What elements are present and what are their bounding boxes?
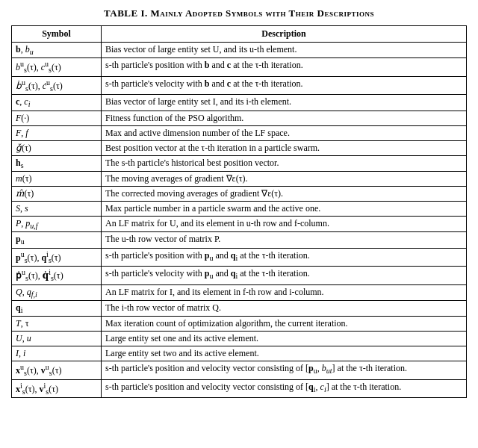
description-cell: Large entity set one and its active elem…	[102, 332, 467, 346]
description-cell: Max and active dimension number of the L…	[102, 125, 467, 140]
table-row: I, iLarge entity set two and its active …	[12, 346, 467, 361]
description-cell: An LF matrix for U, and its element in u…	[102, 216, 467, 231]
symbol-cell: xis(τ), vis(τ)	[12, 379, 102, 397]
symbol-cell: pus(τ), qis(τ)	[12, 248, 102, 266]
description-cell: s-th particle's velocity with pu and qi …	[102, 267, 467, 284]
symbol-cell: ǧ(τ)	[12, 140, 102, 155]
table-row: ṗus(τ), q̇is(τ)s-th particle's velocity …	[12, 267, 467, 284]
description-cell: Best position vector at the τ-th iterati…	[102, 140, 467, 155]
symbol-cell: I, i	[12, 346, 102, 361]
symbol-cell: bus(τ), cus(τ)	[12, 58, 102, 76]
description-cell: s-th particle's velocity with b and c at…	[102, 76, 467, 94]
symbol-cell: F(·)	[12, 111, 102, 125]
symbol-cell: ḃus(τ), ċus(τ)	[12, 76, 102, 94]
symbol-cell: T, τ	[12, 317, 102, 332]
symbol-cell: hs	[12, 155, 102, 171]
description-cell: The s-th particle's historical best posi…	[102, 155, 467, 171]
table-row: m(τ)The moving averages of gradient ∇ε(τ…	[12, 171, 467, 186]
description-cell: Bias vector of large entity set U, and i…	[102, 43, 467, 58]
table-title: TABLE I. Mainly Adopted Symbols with The…	[104, 7, 374, 19]
symbol-cell: qi	[12, 300, 102, 316]
table-row: bus(τ), cus(τ)s-th particle's position w…	[12, 58, 467, 76]
symbol-cell: c, ci	[12, 95, 102, 111]
table-row: b, buBias vector of large entity set U, …	[12, 43, 467, 58]
description-cell: Max particle number in a particle swarm …	[102, 201, 467, 216]
symbol-cell: m̂(τ)	[12, 186, 102, 201]
symbol-cell: U, u	[12, 332, 102, 346]
symbol-cell: b, bu	[12, 43, 102, 58]
table-row: hsThe s-th particle's historical best po…	[12, 155, 467, 171]
table-row: xus(τ), vus(τ)s-th particle's position a…	[12, 361, 467, 379]
col-header-description: Description	[102, 26, 467, 43]
table-row: Q, qf,iAn LF matrix for I, and its eleme…	[12, 284, 467, 300]
description-cell: The i-th row vector of matrix Q.	[102, 300, 467, 316]
symbols-table: Symbol Description b, buBias vector of l…	[11, 25, 467, 398]
table-row: xis(τ), vis(τ)s-th particle's position a…	[12, 379, 467, 397]
table-row: S, sMax particle number in a particle sw…	[12, 201, 467, 216]
description-cell: Fitness function of the PSO algorithm.	[102, 111, 467, 125]
table-row: ḃus(τ), ċus(τ)s-th particle's velocity w…	[12, 76, 467, 94]
symbol-cell: m(τ)	[12, 171, 102, 186]
symbol-cell: pu	[12, 232, 102, 248]
description-cell: The corrected moving averages of gradien…	[102, 186, 467, 201]
col-header-symbol: Symbol	[12, 26, 102, 43]
table-row: P, pu,fAn LF matrix for U, and its eleme…	[12, 216, 467, 231]
table-row: F, fMax and active dimension number of t…	[12, 125, 467, 140]
table-row: c, ciBias vector of large entity set I, …	[12, 95, 467, 111]
symbol-cell: F, f	[12, 125, 102, 140]
table-row: U, uLarge entity set one and its active …	[12, 332, 467, 346]
description-cell: s-th particle's position with pu and qi …	[102, 248, 467, 266]
description-cell: s-th particle's position and velocity ve…	[102, 361, 467, 379]
table-row: F(·)Fitness function of the PSO algorith…	[12, 111, 467, 125]
symbol-cell: S, s	[12, 201, 102, 216]
description-cell: The moving averages of gradient ∇ε(τ).	[102, 171, 467, 186]
description-cell: Bias vector of large entity set I, and i…	[102, 95, 467, 111]
table-row: puThe u-th row vector of matrix P.	[12, 232, 467, 248]
description-cell: The u-th row vector of matrix P.	[102, 232, 467, 248]
symbol-cell: xus(τ), vus(τ)	[12, 361, 102, 379]
table-row: m̂(τ)The corrected moving averages of gr…	[12, 186, 467, 201]
description-cell: Max iteration count of optimization algo…	[102, 317, 467, 332]
description-cell: An LF matrix for I, and its element in f…	[102, 284, 467, 300]
table-row: pus(τ), qis(τ)s-th particle's position w…	[12, 248, 467, 266]
description-cell: Large entity set two and its active elem…	[102, 346, 467, 361]
table-row: ǧ(τ)Best position vector at the τ-th ite…	[12, 140, 467, 155]
symbol-cell: P, pu,f	[12, 216, 102, 231]
description-cell: s-th particle's position with b and c at…	[102, 58, 467, 76]
table-row: T, τMax iteration count of optimization …	[12, 317, 467, 332]
symbol-cell: Q, qf,i	[12, 284, 102, 300]
table-row: qiThe i-th row vector of matrix Q.	[12, 300, 467, 316]
symbol-cell: ṗus(τ), q̇is(τ)	[12, 267, 102, 284]
description-cell: s-th particle's position and velocity ve…	[102, 379, 467, 397]
